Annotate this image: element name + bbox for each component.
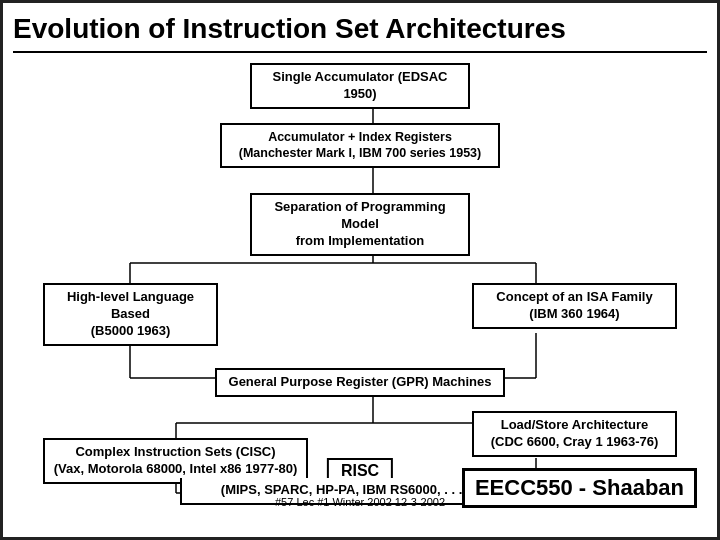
box-concept: Concept of an ISA Family(IBM 360 1964) — [472, 283, 677, 329]
slide: Evolution of Instruction Set Architectur… — [0, 0, 720, 540]
risc-detail-label: (MIPS, SPARC, HP-PA, IBM RS6000, . . . 1… — [221, 482, 499, 497]
box-gpr: General Purpose Register (GPR) Machines — [215, 368, 505, 397]
box-loadstore: Load/Store Architecture(CDC 6600, Cray 1… — [472, 411, 677, 457]
box-edsac: Single Accumulator (EDSAC 1950) — [250, 63, 470, 109]
loadstore-label: Load/Store Architecture(CDC 6600, Cray 1… — [491, 417, 659, 449]
highlevel-label: High-level Language Based(B5000 1963) — [67, 289, 194, 338]
footer-label: EECC550 - Shaaban — [475, 475, 684, 500]
edsac-label: Single Accumulator (EDSAC 1950) — [272, 69, 447, 101]
footer-box: EECC550 - Shaaban — [462, 468, 697, 508]
cisc-label: Complex Instruction Sets (CISC)(Vax, Mot… — [54, 444, 298, 476]
footer-note: #57 Lec #1 Winter 2002 12-3-2002 — [275, 496, 445, 508]
box-accumulator: Accumulator + Index Registers(Manchester… — [220, 123, 500, 168]
separation-label: Separation of Programming Modelfrom Impl… — [274, 199, 445, 248]
concept-label: Concept of an ISA Family(IBM 360 1964) — [496, 289, 652, 321]
slide-title: Evolution of Instruction Set Architectur… — [13, 13, 707, 53]
diagram: Single Accumulator (EDSAC 1950) Accumula… — [13, 63, 707, 513]
box-cisc: Complex Instruction Sets (CISC)(Vax, Mot… — [43, 438, 308, 484]
gpr-label: General Purpose Register (GPR) Machines — [229, 374, 492, 389]
box-separation: Separation of Programming Modelfrom Impl… — [250, 193, 470, 256]
accum-label: Accumulator + Index Registers(Manchester… — [239, 130, 481, 160]
risc-label: RISC — [341, 462, 379, 479]
box-highlevel: High-level Language Based(B5000 1963) — [43, 283, 218, 346]
